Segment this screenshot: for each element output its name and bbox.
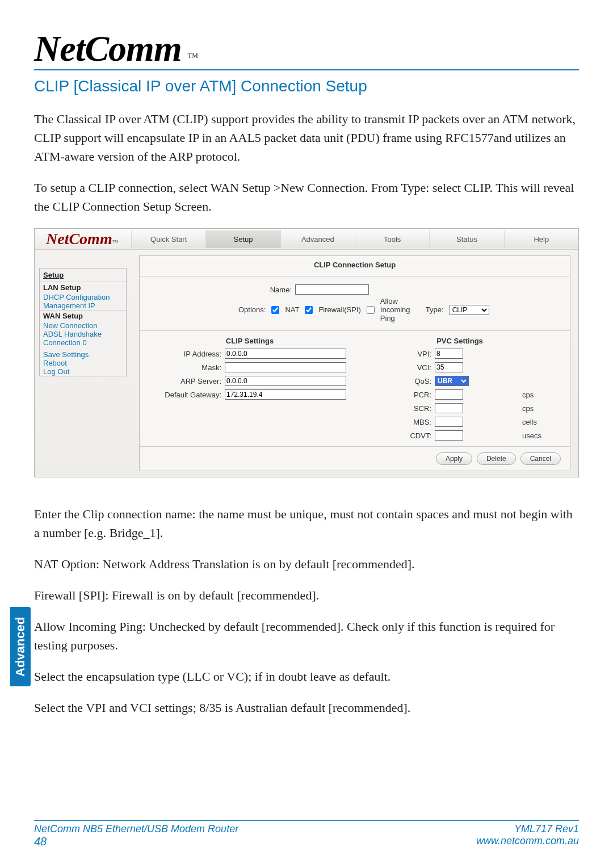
config-brand: NetComm™	[35, 229, 131, 249]
cancel-button[interactable]: Cancel	[520, 452, 561, 465]
tab-advanced[interactable]: Advanced	[280, 230, 355, 248]
pcr-unit: cps	[522, 391, 556, 399]
tab-status[interactable]: Status	[429, 230, 503, 248]
nat-checkbox[interactable]	[271, 306, 279, 314]
page-footer: NetComm NB5 Ethernet/USB Modem Router 48…	[34, 820, 579, 848]
sidebar-item-mgmt-ip[interactable]: Management IP	[40, 301, 126, 310]
mask-input[interactable]	[225, 362, 346, 372]
tab-help[interactable]: Help	[504, 230, 578, 248]
sidebar-title: Setup	[40, 269, 126, 282]
footer-url[interactable]: www.netcomm.com.au	[476, 835, 579, 847]
paragraph-3: Enter the Clip connection name: the name…	[34, 505, 579, 542]
sidebar-group-wan: WAN Setup	[40, 310, 126, 321]
brand-header: NetComm ™	[34, 34, 579, 70]
tab-bar: Quick Start Setup Advanced Tools Status …	[131, 230, 578, 248]
brand-tm: ™	[187, 51, 199, 64]
cdvt-input[interactable]	[435, 430, 463, 441]
section-title: CLIP [Classical IP over ATM] Connection …	[34, 77, 579, 95]
sidebar-item-new-connection[interactable]: New Connection	[40, 321, 126, 330]
paragraph-4: NAT Option: Network Address Translation …	[34, 555, 579, 573]
footer-doc-rev: YML717 Rev1	[476, 823, 579, 835]
scr-input[interactable]	[435, 403, 463, 413]
sidebar-item-connection0[interactable]: Connection 0	[40, 338, 126, 347]
ping-checkbox[interactable]	[367, 306, 375, 314]
cdvt-label: CDVT:	[363, 431, 431, 440]
tab-tools[interactable]: Tools	[355, 230, 429, 248]
config-brand-name: NetComm	[46, 230, 112, 248]
vpi-input[interactable]	[435, 349, 463, 359]
mbs-label: MBS:	[363, 418, 431, 426]
arp-label: ARP Server:	[153, 377, 221, 385]
sidebar-item-reboot[interactable]: Reboot	[40, 359, 126, 367]
pcr-label: PCR:	[363, 391, 431, 399]
config-header: NetComm™ Quick Start Setup Advanced Tool…	[35, 229, 578, 250]
nat-label: NAT	[285, 305, 299, 314]
scr-unit: cps	[522, 404, 556, 413]
ip-input[interactable]	[225, 349, 346, 359]
pcr-input[interactable]	[435, 389, 463, 400]
page-number: 48	[34, 835, 238, 848]
type-select[interactable]: CLIP	[450, 305, 489, 315]
gw-input[interactable]	[225, 389, 346, 400]
panel-basic: Name: Options: NAT Firewall(SPI) Allow I…	[140, 276, 570, 331]
tab-quick-start[interactable]: Quick Start	[131, 230, 205, 248]
mbs-unit: cells	[522, 418, 556, 426]
brand-logo: NetComm	[34, 34, 182, 63]
cdvt-unit: usecs	[522, 431, 556, 440]
clip-settings-col: CLIP Settings IP Address: Mask: ARP Serv…	[153, 337, 346, 441]
sidebar: Setup LAN Setup DHCP Configuration Manag…	[35, 250, 131, 477]
clip-settings-title: CLIP Settings	[153, 337, 346, 345]
vpi-label: VPI:	[363, 350, 431, 358]
paragraph-1: The Classical IP over ATM (CLIP) support…	[34, 110, 579, 166]
pvc-settings-col: PVC Settings VPI: VCI: QoS: UBR PCR: c	[363, 337, 556, 441]
sidebar-item-dhcp[interactable]: DHCP Configuration	[40, 293, 126, 301]
name-input[interactable]	[295, 284, 369, 295]
qos-label: QoS:	[363, 377, 431, 385]
sidebar-item-save-settings[interactable]: Save Settings	[40, 350, 126, 359]
main-pane: CLIP Connection Setup Name: Options: NAT	[131, 250, 578, 477]
vci-input[interactable]	[435, 362, 463, 372]
ip-label: IP Address:	[153, 350, 221, 358]
pvc-settings-title: PVC Settings	[363, 337, 556, 345]
config-brand-tm: ™	[112, 239, 118, 245]
paragraph-2: To setup a CLIP connection, select WAN S…	[34, 178, 579, 216]
clip-panel: CLIP Connection Setup Name: Options: NAT	[139, 255, 570, 471]
firewall-label: Firewall(SPI)	[318, 305, 360, 314]
arp-input[interactable]	[225, 376, 346, 386]
panel-settings: CLIP Settings IP Address: Mask: ARP Serv…	[140, 331, 570, 447]
panel-footer: Apply Delete Cancel	[140, 447, 570, 471]
paragraph-5: Firewall [SPI]: Firewall is on by defaul…	[34, 586, 579, 605]
name-label: Name:	[229, 286, 292, 294]
config-screenshot: NetComm™ Quick Start Setup Advanced Tool…	[34, 228, 579, 477]
qos-select[interactable]: UBR	[435, 376, 469, 386]
options-label: Options:	[220, 305, 266, 314]
side-tab-advanced: Advanced	[10, 607, 31, 686]
vci-label: VCI:	[363, 363, 431, 372]
sidebar-item-adsl-handshake[interactable]: ADSL Handshake	[40, 330, 126, 338]
footer-product: NetComm NB5 Ethernet/USB Modem Router	[34, 823, 238, 835]
firewall-checkbox[interactable]	[305, 306, 313, 314]
scr-label: SCR:	[363, 404, 431, 413]
type-label: Type:	[426, 305, 444, 314]
apply-button[interactable]: Apply	[436, 452, 472, 465]
ping-label: Allow Incoming Ping	[380, 297, 420, 322]
tab-setup[interactable]: Setup	[205, 230, 280, 248]
sidebar-group-lan: LAN Setup	[40, 282, 126, 293]
paragraph-7: Select the encapsulation type (LLC or VC…	[34, 667, 579, 686]
paragraph-6: Allow Incoming Ping: Unchecked by defaul…	[34, 617, 579, 655]
delete-button[interactable]: Delete	[477, 452, 516, 465]
gw-label: Default Gateway:	[153, 391, 221, 399]
sidebar-box: Setup LAN Setup DHCP Configuration Manag…	[39, 268, 127, 376]
sidebar-item-logout[interactable]: Log Out	[40, 367, 126, 376]
paragraph-8: Select the VPI and VCI settings; 8/35 is…	[34, 698, 579, 717]
mbs-input[interactable]	[435, 417, 463, 427]
panel-title: CLIP Connection Setup	[140, 256, 570, 276]
mask-label: Mask:	[153, 363, 221, 372]
